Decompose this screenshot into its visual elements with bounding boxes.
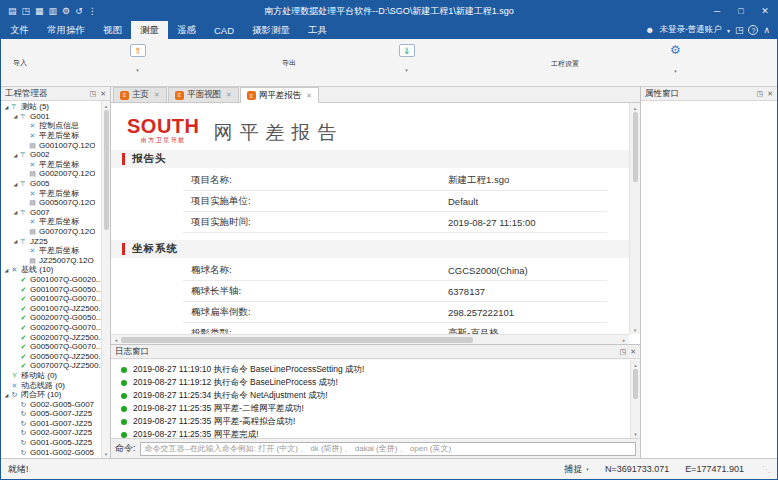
report-row: 项目实施单位:Default [183,191,607,212]
tree-node-33[interactable]: ↻G005-G007-JZ25 [1,409,101,419]
tree-node-20[interactable]: ✔G001007Q-G0050... [1,284,101,294]
tree-node-26[interactable]: ✔G005007Q-G0070... [1,342,101,352]
scroll-right-icon[interactable]: ▸ [619,335,629,344]
ribbon-tab-4[interactable]: 测量 [131,21,168,39]
ribbon-tab-3[interactable]: 视图 [94,21,131,39]
ribbon-tab-2[interactable]: 常用操作 [38,21,94,39]
document-area: ≡主页✕≡平面视图✕≡网平差报告✕ SOUTH 南方卫星导航 网平差报告 报告头… [111,87,640,458]
tree-expander-icon[interactable]: ◢ [12,113,19,119]
ribbon-tab-7[interactable]: 摄影测量 [243,21,299,39]
settings-gear-icon[interactable]: ⚙ [62,7,70,16]
tree-node-13[interactable]: ✕平差后坐标 [1,217,101,227]
log-scrollbar[interactable]: ▴ ▾ [630,360,640,438]
scroll-left-icon[interactable]: ◂ [111,335,121,344]
chevron-down-icon[interactable]: ▾ [727,27,730,34]
scrollbar-thumb[interactable] [121,337,473,343]
tree-node-36[interactable]: ↻G001-G005-JZ25 [1,438,101,448]
scrollbar-thumb[interactable] [104,110,109,230]
scroll-up-icon[interactable]: ▴ [630,103,640,112]
report-horizontal-scrollbar[interactable]: ◂ ▸ [111,334,629,344]
scroll-up-icon[interactable]: ▴ [631,360,640,369]
tree-expander-icon[interactable]: ◢ [3,104,10,110]
project-settings-button[interactable]: ⚙工程设置▾ [541,40,778,74]
tree-node-34[interactable]: ↻G001-G007-JZ25 [1,419,101,429]
tree-node-24[interactable]: ✔G002007Q-G0070... [1,323,101,333]
scroll-down-icon[interactable]: ▾ [630,325,640,334]
tree-node-25[interactable]: ✔G002007Q-JZ2500... [1,332,101,342]
south-logo: SOUTH 南方卫星导航 [127,116,200,143]
command-input[interactable] [140,442,636,456]
close-icon[interactable]: ✕ [306,92,312,100]
undo-icon[interactable]: ↺ [75,7,83,16]
tree-node-16[interactable]: ✕平差后坐标 [1,246,101,256]
new-file-icon[interactable]: ▤ [8,7,17,16]
ribbon-tab-8[interactable]: 工具 [299,21,336,39]
tree-expander-icon[interactable]: ◢ [3,267,10,273]
tree-node-11[interactable]: ▤G005007Q.12O [1,198,101,208]
ribbon-tab-1[interactable]: 文件 [1,21,38,39]
tree-node-27[interactable]: ✔G005007Q-JZ2500... [1,351,101,361]
report-title: 网平差报告 [214,123,344,143]
collapse-ribbon-icon[interactable]: ∧ [763,25,770,35]
document-tab-2[interactable]: ≡平面视图✕ [168,87,239,102]
tree-node-23[interactable]: ✔G002007Q-G0050... [1,313,101,323]
float-icon[interactable]: ◳ [757,90,764,98]
float-icon[interactable]: ◳ [620,348,627,356]
scrollbar-thumb[interactable] [633,112,638,182]
open-folder-icon[interactable]: ◳ [22,7,31,16]
ribbon-tab-6[interactable]: CAD [205,21,243,39]
tree-scrollbar[interactable]: ▴ ▾ [101,101,110,458]
report-vertical-scrollbar[interactable]: ▴ ▾ [629,103,640,334]
scrollbar-thumb[interactable] [633,369,638,399]
tree-expander-icon[interactable]: ◢ [12,181,19,187]
snap-toggle[interactable]: 捕捉 ▾ [564,463,589,476]
tree-node-5[interactable]: ▤G001007Q.12O [1,140,101,150]
close-icon[interactable]: ✕ [100,90,106,98]
tree-node-7[interactable]: ✕平差后坐标 [1,160,101,170]
tree-node-1[interactable]: ◢〒测站 (5) [1,102,101,112]
export-button[interactable]: ⇓导出▾ [272,40,541,74]
import-button[interactable]: ⇑导入▾ [3,40,272,74]
scroll-up-icon[interactable]: ▴ [102,101,110,110]
file-icon: ▤ [28,199,37,206]
tree-node-21[interactable]: ✔G001007Q-G0070... [1,294,101,304]
scroll-down-icon[interactable]: ▾ [631,429,640,438]
account-label[interactable]: 未登录-普通账户 [660,24,722,36]
tree-node-4[interactable]: ✕平差后坐标 [1,131,101,141]
ribbon-tab-5[interactable]: 遥感 [168,21,205,39]
close-icon[interactable]: ✕ [226,91,232,99]
scroll-down-icon[interactable]: ▾ [102,449,110,458]
tree-node-31[interactable]: ◢↻闭合环 (10) [1,390,101,400]
minimize-button[interactable]: ─ [705,1,729,21]
qat-more-icon[interactable]: ⋮ [88,7,97,16]
close-button[interactable]: ✕ [753,1,777,21]
tree-node-35[interactable]: ↻G002-G007-JZ25 [1,428,101,438]
close-icon[interactable]: ✕ [767,90,773,98]
resize-grip-icon[interactable]: ⋱ [762,465,770,474]
close-icon[interactable]: ✕ [630,348,636,356]
help-icon[interactable]: ? [748,25,758,35]
close-icon[interactable]: ✕ [154,91,160,99]
float-icon[interactable]: ◳ [90,90,97,98]
tree-expander-icon[interactable]: ◢ [12,152,19,158]
tree-expander-icon[interactable]: ◢ [12,238,19,244]
document-tab-3[interactable]: ≡网平差报告✕ [240,87,319,103]
maximize-button[interactable]: □ [729,1,753,21]
tree-node-14[interactable]: ▤G007007Q.12O [1,227,101,237]
tree-node-37[interactable]: ↻G001-G002-G005 [1,447,101,457]
report-section-header: 报告头 [111,150,629,168]
baseline-icon: ✔ [19,324,28,331]
tree-node-8[interactable]: ▤G002007Q.12O [1,169,101,179]
document-tab-1[interactable]: ≡主页✕ [113,87,167,102]
tree-node-22[interactable]: ✔G001007Q-JZ2500... [1,303,101,313]
save-icon[interactable]: ▦ [35,7,44,16]
tree-expander-icon[interactable]: ◢ [12,209,19,215]
print-icon[interactable]: ▥ [49,7,58,16]
tree-expander-icon[interactable]: ◢ [3,392,10,398]
tree-node-19[interactable]: ✔G001007Q-G0020... [1,275,101,285]
station-icon: 〒 [19,113,28,120]
tree-node-32[interactable]: ↻G002-G005-G007 [1,399,101,409]
tree-node-18[interactable]: ◢✕基线 (10) [1,265,101,275]
switch-window-icon[interactable]: ◳ [735,25,744,35]
tree-node-10[interactable]: ✕平差后坐标 [1,188,101,198]
